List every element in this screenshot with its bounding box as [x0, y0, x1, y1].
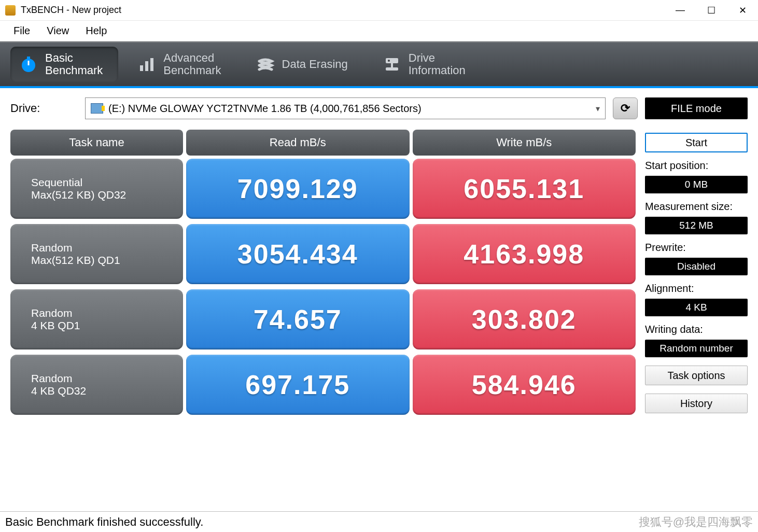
status-text: Basic Benchmark finished successfully.	[5, 515, 203, 529]
start-position-label: Start position:	[645, 160, 748, 172]
window-controls: — ☐ ✕	[665, 0, 758, 21]
task-detail: 4 KB QD32	[31, 385, 183, 397]
chevron-down-icon: ▾	[596, 104, 600, 114]
write-value: 584.946	[413, 355, 636, 415]
titlebar: TxBENCH - New project — ☐ ✕	[0, 0, 758, 21]
tab-basic-benchmark[interactable]: Basic Benchmark	[10, 47, 118, 82]
task-cell[interactable]: Random 4 KB QD32	[10, 355, 183, 415]
tab-label: Information	[409, 64, 466, 77]
minimize-button[interactable]: —	[665, 0, 696, 21]
start-position-value[interactable]: 0 MB	[645, 176, 748, 193]
drive-select[interactable]: (E:) NVMe GLOWAY YCT2TNVMe 1.86 TB (4,00…	[85, 97, 606, 119]
tab-drive-information[interactable]: Drive Information	[374, 47, 481, 82]
result-row: Random 4 KB QD1 74.657 303.802	[10, 289, 636, 349]
measurement-size-value[interactable]: 512 MB	[645, 217, 748, 234]
main-area: Task name Read mB/s Write mB/s Sequentia…	[0, 124, 758, 511]
task-cell[interactable]: Sequential Max(512 KB) QD32	[10, 159, 183, 219]
write-value: 303.802	[413, 289, 636, 349]
task-name: Random	[31, 307, 183, 319]
stopwatch-icon	[18, 54, 39, 75]
measurement-size-label: Measurement size:	[645, 201, 748, 213]
task-options-button[interactable]: Task options	[645, 366, 748, 385]
menu-view[interactable]: View	[38, 22, 77, 40]
tabbar: Basic Benchmark Advanced Benchmark Data …	[0, 41, 758, 88]
svg-rect-3	[140, 65, 143, 71]
results-header: Task name Read mB/s Write mB/s	[10, 130, 636, 156]
task-detail: 4 KB QD1	[31, 319, 183, 332]
tab-label: Advanced	[163, 52, 221, 64]
menu-help[interactable]: Help	[77, 22, 115, 40]
svg-point-7	[388, 60, 390, 62]
header-read: Read mB/s	[186, 130, 410, 156]
tab-label: Data Erasing	[282, 58, 348, 71]
watermark: 搜狐号@我是四海飘零	[639, 514, 753, 530]
menubar: File View Help	[0, 21, 758, 41]
read-value: 3054.434	[186, 224, 410, 284]
bars-icon	[136, 54, 157, 75]
tab-label: Basic	[45, 52, 103, 64]
refresh-icon: ⟳	[621, 102, 630, 115]
sidebar: Start Start position: 0 MB Measurement s…	[645, 130, 748, 506]
result-row: Sequential Max(512 KB) QD32 7099.129 605…	[10, 159, 636, 219]
results-panel: Task name Read mB/s Write mB/s Sequentia…	[10, 130, 636, 506]
tab-label: Benchmark	[45, 64, 103, 77]
svg-rect-6	[386, 58, 398, 63]
prewrite-value[interactable]: Disabled	[645, 258, 748, 275]
write-value: 6055.131	[413, 159, 636, 219]
drive-row: Drive: (E:) NVMe GLOWAY YCT2TNVMe 1.86 T…	[0, 88, 758, 124]
disk-icon	[91, 103, 103, 114]
drive-value: (E:) NVMe GLOWAY YCT2TNVMe 1.86 TB (4,00…	[108, 103, 422, 115]
task-cell[interactable]: Random 4 KB QD1	[10, 289, 183, 349]
task-name: Random	[31, 242, 183, 254]
tab-advanced-benchmark[interactable]: Advanced Benchmark	[129, 47, 236, 82]
svg-rect-1	[27, 57, 30, 59]
task-detail: Max(512 KB) QD1	[31, 254, 183, 267]
task-name: Sequential	[31, 176, 183, 189]
writing-data-value[interactable]: Random number	[645, 340, 748, 357]
task-detail: Max(512 KB) QD32	[31, 189, 183, 201]
app-icon	[5, 5, 16, 16]
drive-label: Drive:	[10, 102, 78, 115]
eraser-icon	[255, 54, 276, 75]
refresh-button[interactable]: ⟳	[613, 97, 638, 119]
file-mode-button[interactable]: FILE mode	[645, 97, 748, 119]
read-value: 697.175	[186, 355, 410, 415]
drive-icon	[382, 54, 402, 75]
tab-label: Drive	[409, 52, 466, 64]
read-value: 74.657	[186, 289, 410, 349]
svg-rect-4	[145, 61, 148, 71]
start-button[interactable]: Start	[645, 133, 748, 152]
close-button[interactable]: ✕	[727, 0, 758, 21]
alignment-value[interactable]: 4 KB	[645, 299, 748, 316]
svg-rect-5	[150, 58, 153, 71]
task-name: Random	[31, 372, 183, 385]
menu-file[interactable]: File	[5, 22, 38, 40]
prewrite-label: Prewrite:	[645, 242, 748, 254]
tab-data-erasing[interactable]: Data Erasing	[247, 49, 363, 80]
task-cell[interactable]: Random Max(512 KB) QD1	[10, 224, 183, 284]
read-value: 7099.129	[186, 159, 410, 219]
result-row: Random Max(512 KB) QD1 3054.434 4163.998	[10, 224, 636, 284]
history-button[interactable]: History	[645, 394, 748, 413]
alignment-label: Alignment:	[645, 283, 748, 295]
svg-rect-9	[391, 63, 393, 67]
writing-data-label: Writing data:	[645, 324, 748, 335]
tab-label: Benchmark	[163, 64, 221, 77]
write-value: 4163.998	[413, 224, 636, 284]
header-task-name: Task name	[10, 130, 183, 156]
svg-rect-8	[386, 67, 398, 71]
result-row: Random 4 KB QD32 697.175 584.946	[10, 355, 636, 415]
window-title: TxBENCH - New project	[21, 5, 121, 16]
header-write: Write mB/s	[413, 130, 636, 156]
statusbar: Basic Benchmark finished successfully. 搜…	[0, 511, 758, 532]
maximize-button[interactable]: ☐	[696, 0, 727, 21]
